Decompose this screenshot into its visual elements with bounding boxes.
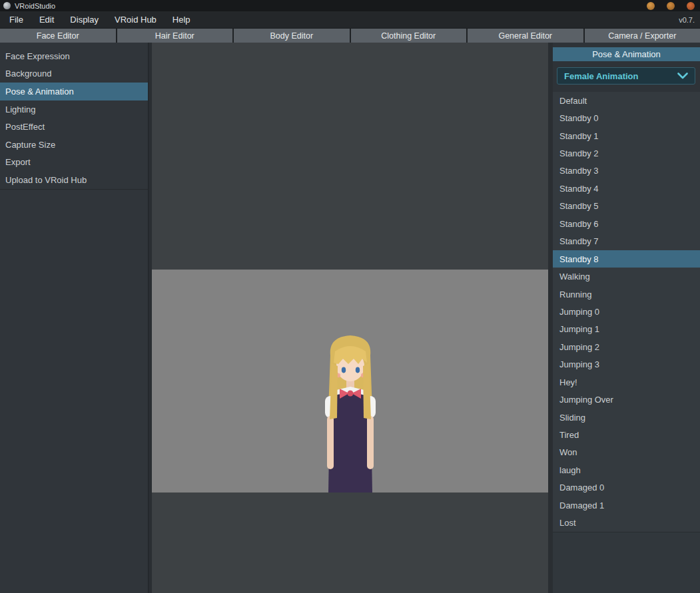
sidebar-item-label: Upload to VRoid Hub [5,175,87,185]
sidebar-item-label: PostEffect [5,122,45,132]
animation-list-item-label: Damaged 0 [559,483,604,493]
window-controls [635,2,695,10]
window-title: VRoidStudio [15,2,55,10]
animation-list-item-label: Default [559,96,587,106]
animation-list-item[interactable]: Jumping 3 [553,356,700,373]
menu-item[interactable]: File [1,12,31,27]
sidebar-item[interactable]: Lighting [0,100,148,118]
animation-list-item[interactable]: Standby 4 [553,180,700,197]
viewport-backdrop-bottom [152,493,548,593]
animation-list-item[interactable]: Damaged 1 [553,496,700,514]
sidebar: Face Expression Background Pose & Animat… [0,43,149,593]
animation-list-item[interactable]: Jumping 0 [553,303,700,320]
menu-item[interactable]: Display [62,12,107,27]
app-window: VRoidStudio FileEditDisplayVRoid HubHelp… [0,0,700,593]
menubar: FileEditDisplayVRoid HubHelp v0.7. [0,11,700,29]
animation-list-item-label: Damaged 1 [559,500,604,510]
panel-footer [553,532,700,593]
animation-list-item-label: Standby 6 [559,219,599,229]
sidebar-item[interactable]: Upload to VRoid Hub [0,171,148,189]
animation-list-item[interactable]: Jumping 1 [553,321,700,338]
animation-list-item-label: Jumping 3 [559,359,599,369]
maximize-icon[interactable] [667,2,675,10]
viewport-3d[interactable] [152,43,548,593]
app-icon [3,2,11,9]
animation-list-item[interactable]: Standby 2 [553,144,700,162]
animation-list-item-label: Standby 8 [559,254,599,264]
dropdown-selected-value: Female Animation [564,71,638,81]
animation-list-item[interactable]: Won [553,444,700,461]
sidebar-item[interactable]: Capture Size [0,136,148,154]
sidebar-list: Face Expression Background Pose & Animat… [0,43,148,190]
sidebar-item-label: Face Expression [5,51,70,61]
titlebar: VRoidStudio [0,0,700,11]
animation-list-item-label: Jumping 0 [559,307,599,317]
animation-list-item[interactable]: Standby 3 [553,162,700,180]
animation-list-item[interactable]: Standby 5 [553,198,700,215]
animation-list-item[interactable]: laugh [553,461,700,479]
sidebar-item[interactable]: Pose & Animation [0,83,148,100]
animation-list-item[interactable]: Damaged 0 [553,479,700,496]
animation-list-item[interactable]: Standby 6 [553,215,700,232]
gutter-right [548,43,553,593]
animation-list-item[interactable]: Jumping 2 [553,338,700,355]
menu-item[interactable]: VRoid Hub [107,12,165,27]
sidebar-item[interactable]: Background [0,65,148,83]
sidebar-item[interactable]: Export [0,154,148,172]
animation-list-item-label: Standby 3 [559,166,599,176]
animation-list-item[interactable]: Sliding [553,409,700,426]
animation-list-item-label: Tired [559,430,579,440]
menu-item[interactable]: Help [165,12,198,27]
animation-list-item-label: Jumping 1 [559,324,599,334]
animation-list-item-label: Sliding [559,413,585,423]
animation-list-item-label: Standby 0 [559,113,599,123]
animation-list-item-label: Standby 2 [559,148,599,158]
close-icon[interactable] [687,2,695,10]
editor-tab[interactable]: Body Editor [234,29,350,43]
character-model [307,331,394,493]
pose-animation-panel: Pose & Animation Female Animation Defaul… [553,43,700,593]
animation-list-item[interactable]: Standby 0 [553,109,700,126]
animation-list-item-label: Won [559,447,577,457]
animation-list-item-label: Jumping 2 [559,342,599,352]
animation-list-item[interactable]: Default [553,92,700,109]
menu-items: FileEditDisplayVRoid HubHelp [1,12,198,27]
animation-list-item-label: Walking [559,272,590,282]
animation-list-item[interactable]: Lost [553,514,700,532]
animation-category-dropdown[interactable]: Female Animation [557,67,695,85]
editor-tabbar: Face EditorHair EditorBody EditorClothin… [0,29,700,43]
editor-tab[interactable]: Hair Editor [117,29,233,43]
editor-tab[interactable]: Clothing Editor [351,29,467,43]
animation-list-item[interactable]: Standby 7 [553,233,700,250]
menu-item[interactable]: Edit [31,12,62,27]
main-content: Face Expression Background Pose & Animat… [0,43,700,593]
animation-list-item[interactable]: Tired [553,426,700,443]
animation-list-item-label: Hey! [559,377,577,387]
sidebar-item-label: Lighting [5,104,36,114]
animation-list-item-label: Standby 5 [559,201,599,211]
animation-list-item[interactable]: Hey! [553,373,700,391]
animation-list-item[interactable]: Walking [553,268,700,285]
minimize-icon[interactable] [647,2,655,10]
animation-list-item[interactable]: Standby 1 [553,127,700,144]
animation-list-item[interactable]: Standby 8 [553,250,700,268]
animation-list-item-label: Lost [559,518,576,528]
sidebar-item-label: Pose & Animation [5,87,74,97]
editor-tab[interactable]: General Editor [468,29,583,43]
animation-list-item-label: Jumping Over [559,395,613,405]
animation-list: Default Standby 0 Standby 1 Standby 2 St… [553,92,700,532]
sidebar-item-label: Background [5,69,51,79]
animation-list-item-label: Running [559,290,591,299]
animation-list-item[interactable]: Running [553,286,700,303]
sidebar-item[interactable]: PostEffect [0,118,148,136]
animation-list-item[interactable]: Jumping Over [553,391,700,408]
editor-tab[interactable]: Camera / Exporter [585,29,700,43]
sidebar-item[interactable]: Face Expression [0,47,148,65]
panel-title: Pose & Animation [553,47,700,61]
editor-tab[interactable]: Face Editor [0,29,116,43]
viewport-capture-area [152,270,548,493]
chevron-down-icon [677,73,688,79]
sidebar-item-label: Capture Size [5,140,55,150]
animation-list-item-label: Standby 1 [559,131,599,141]
titlebar-left: VRoidStudio [3,2,55,10]
